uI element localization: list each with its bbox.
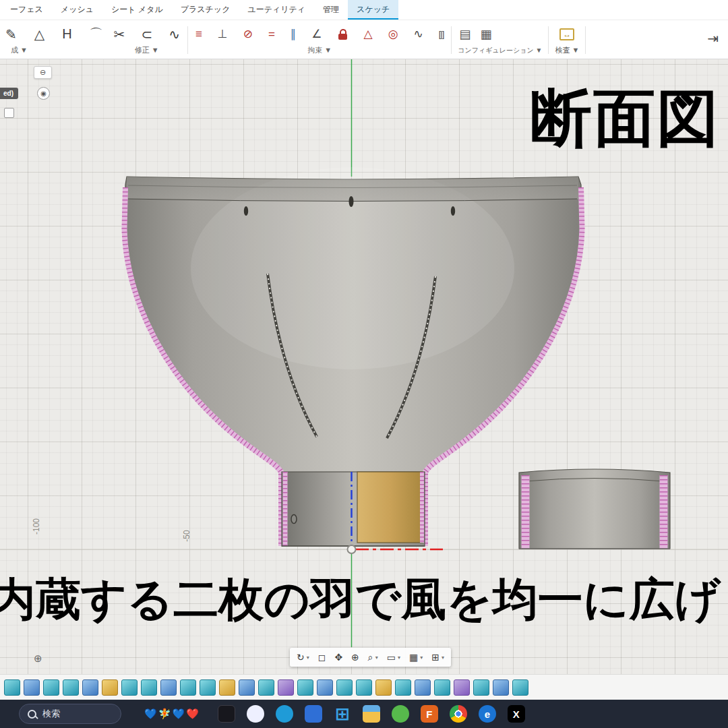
visibility-toggle[interactable]: ◉ (37, 87, 50, 100)
app-x-icon[interactable]: X (508, 705, 525, 723)
create-group-label[interactable]: 成 ▼ (4, 45, 104, 57)
configuration-group: ▤ ▦ コンフィギュレーション ▼ (454, 22, 546, 59)
caption-text: 内蔵する二枚の羽で風を均一に広げます (0, 569, 728, 630)
slot-icon[interactable]: H (62, 26, 71, 42)
offset-icon[interactable]: ⊂ (141, 26, 152, 42)
measure-icon[interactable]: ↔ (559, 28, 574, 40)
sketch-dimension-icon[interactable]: ≡ (195, 28, 202, 41)
app-chrome-icon[interactable] (450, 705, 467, 723)
tangent-constraint-icon[interactable]: ⊘ (243, 27, 253, 41)
insert-panel-icon[interactable]: ⇥ (707, 30, 719, 47)
collinear-constraint-icon[interactable]: ∠ (311, 27, 322, 41)
timeline-feature-icon[interactable] (258, 679, 274, 696)
timeline-feature-icon[interactable] (180, 679, 196, 696)
mirror-icon[interactable]: △ (34, 26, 44, 42)
timeline-feature-icon[interactable] (278, 679, 294, 696)
create-sketch-icon[interactable]: ✎ (5, 26, 17, 42)
timeline-feature-icon[interactable] (356, 679, 372, 696)
viewport-canvas[interactable]: ⊖ ed) ◉ -100 -50 断面図 内蔵する二枚の羽で風を均一に広げます … (0, 59, 728, 674)
tab-mesh[interactable]: メッシュ (52, 0, 102, 20)
timeline-feature-icon[interactable] (473, 679, 489, 696)
timeline-feature-icon[interactable] (336, 679, 353, 696)
constraints-group-label[interactable]: 拘束 ▼ (194, 45, 445, 57)
look-at-icon[interactable]: ◻ (318, 652, 326, 663)
toolbar-divider (585, 26, 586, 54)
symmetry-constraint-icon[interactable]: △ (364, 27, 373, 41)
app-fusion-icon[interactable]: F (421, 705, 438, 723)
timeline-feature-icon[interactable] (434, 679, 450, 696)
modify-group-label[interactable]: 修正 ▼ (113, 45, 181, 57)
timeline-bar (0, 674, 728, 700)
timeline-feature-icon[interactable] (82, 679, 98, 696)
tab-sheet-metal[interactable]: シート メタル (102, 0, 172, 20)
timeline-feature-icon[interactable] (200, 679, 216, 696)
app-green-icon[interactable] (392, 705, 409, 723)
perpendicular-constraint-icon[interactable]: ⊥ (218, 27, 228, 41)
timeline-feature-icon[interactable] (395, 679, 411, 696)
orbit-icon[interactable]: ↻▾ (297, 652, 309, 663)
app-windows-icon[interactable]: ⊞ (334, 705, 351, 723)
tab-plastic[interactable]: プラスチック (172, 0, 239, 20)
timeline-feature-icon[interactable] (239, 679, 255, 696)
modify-group: ✂ ⊂ ∿ 修正 ▼ (109, 22, 185, 59)
timeline-feature-icon[interactable] (102, 679, 118, 696)
timeline-feature-icon[interactable] (297, 679, 313, 696)
document-tag[interactable]: ed) (0, 88, 18, 99)
chevron-down-icon: ▾ (375, 655, 378, 661)
app-discord-icon[interactable] (247, 705, 264, 723)
chevron-down-icon: ▾ (420, 655, 423, 661)
timeline-feature-icon[interactable] (121, 679, 138, 696)
tab-surface[interactable]: ーフェス (1, 0, 52, 20)
arc-icon[interactable]: ⌒ (90, 25, 103, 43)
fix-lock-icon[interactable] (338, 27, 348, 42)
toolbar-divider (451, 26, 452, 54)
chevron-down-icon: ▾ (398, 655, 400, 661)
fusion-window: ーフェス メッシュ シート メタル プラスチック ユーティリティ 管理 スケッチ… (0, 0, 728, 728)
concentric-constraint-icon[interactable]: ◎ (388, 27, 398, 41)
app-teams-icon[interactable] (305, 705, 322, 723)
configure-icon[interactable]: ▤ (459, 27, 471, 42)
grid-settings-icon[interactable]: ▦▾ (409, 652, 423, 663)
spline-icon[interactable]: ∿ (169, 26, 180, 42)
timeline-feature-icon[interactable] (317, 679, 333, 696)
zoom-icon[interactable]: ⊕ (351, 652, 359, 663)
timeline-feature-icon[interactable] (512, 679, 528, 696)
app-edge-icon[interactable]: e (479, 705, 496, 723)
browser-mini-icon[interactable] (4, 108, 14, 118)
timeline-feature-icon[interactable] (219, 679, 235, 696)
timeline-feature-icon[interactable] (415, 679, 431, 696)
browser-collapse-button[interactable]: ⊖ (34, 66, 52, 79)
timeline-feature-icon[interactable] (493, 679, 509, 696)
inspect-group-label[interactable]: 検査 ▼ (555, 45, 579, 57)
taskbar-apps: ⊞FeX (218, 705, 525, 723)
timeline-feature-icon[interactable] (160, 679, 177, 696)
lock-shape (338, 34, 347, 40)
timeline-feature-icon[interactable] (24, 679, 40, 696)
tab-manage[interactable]: 管理 (314, 0, 348, 20)
app-notebook-icon[interactable] (218, 705, 235, 723)
trim-icon[interactable]: ✂ (114, 26, 125, 42)
configuration-group-label[interactable]: コンフィギュレーション ▼ (458, 46, 542, 57)
app-skype-icon[interactable] (276, 705, 293, 723)
display-settings-icon[interactable]: ▭▾ (387, 652, 400, 663)
timeline-feature-icon[interactable] (375, 679, 392, 696)
tab-sketch[interactable]: スケッチ (348, 0, 398, 20)
configuration-table-icon[interactable]: ▦ (480, 27, 491, 42)
parallel-constraint-icon[interactable]: ∥ (291, 27, 297, 41)
timeline-feature-icon[interactable] (63, 679, 79, 696)
timeline-feature-icon[interactable] (141, 679, 157, 696)
timeline-feature-icon[interactable] (4, 679, 20, 696)
tab-utilities[interactable]: ユーティリティ (239, 0, 314, 20)
app-explorer-icon[interactable] (363, 705, 380, 723)
midpoint-constraint-icon[interactable]: [|] (439, 29, 444, 39)
expand-button[interactable]: ⊕ (34, 653, 42, 665)
viewports-icon[interactable]: ⊞▾ (431, 652, 444, 663)
timeline-feature-icon[interactable] (454, 679, 470, 696)
curvature-constraint-icon[interactable]: ∿ (414, 27, 423, 41)
timeline-feature-icon[interactable] (43, 679, 59, 696)
equal-constraint-icon[interactable]: = (268, 28, 275, 41)
zoom-window-icon[interactable]: ⌕▾ (368, 652, 378, 663)
windows-taskbar: 検索 💙🧚💙❤️ ⊞FeX (0, 700, 728, 728)
taskbar-search[interactable]: 検索 (19, 704, 121, 724)
pan-icon[interactable]: ✥ (334, 652, 342, 663)
